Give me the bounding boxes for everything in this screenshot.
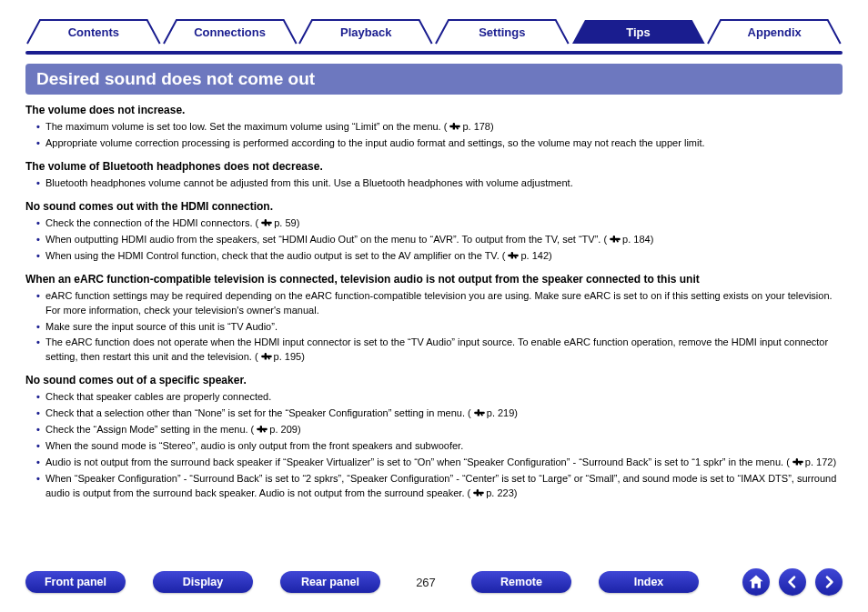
hand-pointing-icon bbox=[609, 235, 621, 244]
bullet-text: The maximum volume is set too low. Set t… bbox=[45, 121, 441, 132]
front-panel-button[interactable]: Front panel bbox=[25, 571, 126, 593]
bullet-item: eARC function settings may be required d… bbox=[45, 289, 843, 318]
bullet-text: When the sound mode is “Stereo”, audio i… bbox=[45, 440, 463, 451]
arrow-right-icon[interactable] bbox=[815, 568, 843, 596]
bullet-list: Check that speaker cables are properly c… bbox=[25, 390, 843, 501]
bullet-text: Check that a selection other than “None”… bbox=[45, 407, 465, 418]
tab-playback[interactable]: Playback bbox=[298, 18, 434, 45]
tab-underline bbox=[25, 51, 843, 55]
remote-button[interactable]: Remote bbox=[471, 571, 571, 593]
bullet-text: When “Speaker Configuration” - “Surround… bbox=[45, 473, 836, 498]
tab-contents[interactable]: Contents bbox=[25, 18, 162, 45]
bullet-text: When outputting HDMI audio from the spea… bbox=[45, 234, 601, 245]
page-ref[interactable]: p. 219 bbox=[471, 407, 515, 418]
tab-settings[interactable]: Settings bbox=[434, 18, 570, 45]
bullet-item: Check the connection of the HDMI connect… bbox=[45, 216, 843, 231]
top-tabs: ContentsConnectionsPlaybackSettingsTipsA… bbox=[25, 18, 843, 45]
page-number: 267 bbox=[408, 576, 444, 589]
hand-pointing-icon bbox=[473, 408, 486, 417]
bullet-list: Check the connection of the HDMI connect… bbox=[25, 216, 843, 264]
bullet-item: The maximum volume is set too low. Set t… bbox=[45, 120, 843, 135]
hand-pointing-icon bbox=[256, 425, 268, 434]
bullet-text: Check the connection of the HDMI connect… bbox=[45, 217, 252, 228]
bullet-item: Bluetooth headphones volume cannot be ad… bbox=[45, 176, 843, 191]
group-title: No sound comes out with the HDMI connect… bbox=[25, 200, 843, 213]
hand-pointing-icon bbox=[507, 251, 520, 260]
bullet-text: Bluetooth headphones volume cannot be ad… bbox=[45, 177, 573, 188]
tab-tips[interactable]: Tips bbox=[570, 18, 707, 45]
bullet-list: eARC function settings may be required d… bbox=[25, 289, 843, 366]
bullet-item: Check that speaker cables are properly c… bbox=[45, 390, 843, 405]
bullet-list: Bluetooth headphones volume cannot be ad… bbox=[25, 176, 843, 191]
arrow-left-icon[interactable] bbox=[779, 568, 806, 596]
page-ref[interactable]: p. 223 bbox=[470, 487, 514, 498]
tab-appendix[interactable]: Appendix bbox=[706, 18, 843, 45]
bullet-item: Check the “Assign Mode” setting in the m… bbox=[45, 423, 843, 437]
bullet-text: eARC function settings may be required d… bbox=[45, 290, 833, 316]
bullet-item: Audio is not output from the surround ba… bbox=[45, 456, 843, 470]
bullet-item: Check that a selection other than “None”… bbox=[45, 406, 843, 421]
page-ref[interactable]: p. 59 bbox=[258, 217, 296, 228]
hand-pointing-icon bbox=[260, 352, 273, 361]
page-ref[interactable]: p. 195 bbox=[258, 351, 302, 362]
hand-pointing-icon bbox=[260, 218, 273, 227]
content-area: The volume does not increase.The maximum… bbox=[25, 104, 843, 501]
rear-panel-button[interactable]: Rear panel bbox=[280, 571, 380, 593]
page-ref[interactable]: p. 184 bbox=[607, 234, 651, 245]
bullet-text: Check that speaker cables are properly c… bbox=[45, 391, 271, 402]
home-icon[interactable] bbox=[742, 568, 770, 596]
bullet-list: The maximum volume is set too low. Set t… bbox=[25, 120, 843, 151]
group-title: The volume does not increase. bbox=[25, 104, 843, 116]
bullet-item: When outputting HDMI audio from the spea… bbox=[45, 233, 843, 247]
hand-pointing-icon bbox=[792, 457, 804, 467]
page-ref[interactable]: p. 178 bbox=[447, 121, 490, 132]
page-ref[interactable]: p. 209 bbox=[254, 424, 298, 435]
page-ref[interactable]: p. 172 bbox=[790, 456, 833, 467]
bullet-text: When using the HDMI Control function, ch… bbox=[45, 250, 500, 261]
bullet-item: The eARC function does not operate when … bbox=[45, 336, 843, 365]
bullet-text: The eARC function does not operate when … bbox=[45, 336, 828, 362]
group-title: The volume of Bluetooth headphones does … bbox=[25, 160, 843, 173]
bullet-text: Check the “Assign Mode” setting in the m… bbox=[45, 424, 248, 435]
bullet-text: Appropriate volume correction processing… bbox=[45, 137, 705, 148]
group-title: When an eARC function-compatible televis… bbox=[25, 273, 843, 286]
bullet-item: When using the HDMI Control function, ch… bbox=[45, 249, 843, 264]
bullet-item: When the sound mode is “Stereo”, audio i… bbox=[45, 439, 843, 454]
bullet-item: When “Speaker Configuration” - “Surround… bbox=[45, 472, 843, 501]
hand-pointing-icon bbox=[449, 122, 461, 131]
section-banner: Desired sound does not come out bbox=[25, 64, 843, 95]
bullet-text: Audio is not output from the surround ba… bbox=[45, 456, 783, 467]
hand-pointing-icon bbox=[472, 488, 485, 497]
display-button[interactable]: Display bbox=[153, 571, 253, 593]
group-title: No sound comes out of a specific speaker… bbox=[25, 374, 843, 386]
index-button[interactable]: Index bbox=[599, 571, 699, 593]
bottom-bar: Front panelDisplayRear panel267RemoteInd… bbox=[25, 568, 843, 596]
page-ref[interactable]: p. 142 bbox=[505, 250, 549, 261]
bullet-item: Make sure the input source of this unit … bbox=[45, 320, 843, 335]
tab-connections[interactable]: Connections bbox=[162, 18, 298, 45]
bullet-text: Make sure the input source of this unit … bbox=[45, 321, 278, 332]
bullet-item: Appropriate volume correction processing… bbox=[45, 136, 843, 151]
nav-icons bbox=[742, 568, 843, 596]
